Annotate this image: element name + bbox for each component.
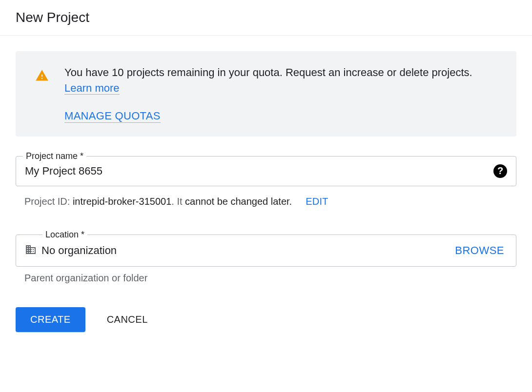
- quota-notice: You have 10 projects remaining in your q…: [16, 51, 516, 137]
- location-value: No organization: [41, 244, 455, 257]
- page-title: New Project: [16, 10, 516, 25]
- browse-button[interactable]: BROWSE: [455, 244, 504, 257]
- project-name-input[interactable]: [25, 165, 493, 177]
- project-id-text: Project ID: intrepid-broker-315001. It c…: [24, 196, 292, 207]
- quota-message: You have 10 projects remaining in your q…: [64, 65, 497, 96]
- project-name-border: Project name * ?: [16, 156, 516, 186]
- create-button[interactable]: CREATE: [16, 307, 85, 332]
- project-id-row: Project ID: intrepid-broker-315001. It c…: [16, 196, 516, 207]
- help-icon[interactable]: ?: [493, 164, 507, 178]
- organization-icon: [25, 244, 37, 257]
- location-field: Location * No organization BROWSE Parent…: [16, 235, 516, 284]
- page-header: New Project: [0, 0, 532, 36]
- project-name-field: Project name * ?: [16, 156, 516, 186]
- form-content: You have 10 projects remaining in your q…: [0, 36, 532, 352]
- location-border: Location * No organization BROWSE: [16, 235, 516, 267]
- location-helper: Parent organization or folder: [16, 273, 516, 284]
- action-row: CREATE CANCEL: [16, 307, 516, 332]
- edit-project-id-link[interactable]: EDIT: [306, 196, 328, 207]
- project-name-label: Project name *: [23, 151, 86, 161]
- manage-quotas-link[interactable]: MANAGE QUOTAS: [64, 110, 161, 123]
- warning-icon: [35, 69, 49, 84]
- location-label: Location *: [42, 230, 87, 240]
- quota-body: You have 10 projects remaining in your q…: [64, 65, 497, 123]
- learn-more-link[interactable]: Learn more: [64, 82, 120, 95]
- cancel-button[interactable]: CANCEL: [107, 314, 148, 325]
